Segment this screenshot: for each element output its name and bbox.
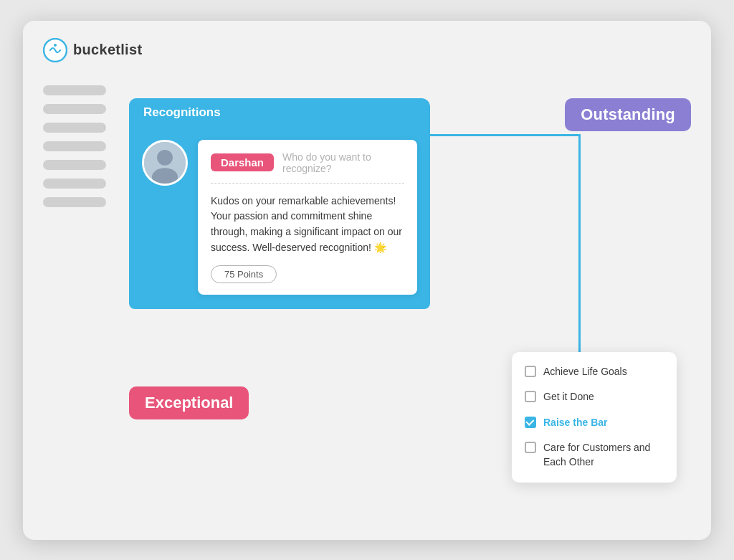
logo-icon <box>43 38 67 62</box>
checkbox-achieve-life-goals[interactable] <box>525 366 536 377</box>
checklist-label-achieve-life-goals: Achieve Life Goals <box>543 365 627 379</box>
sidebar-bar <box>43 197 106 207</box>
darshan-badge: Darshan <box>211 153 274 171</box>
recognitions-tab: Recognitions <box>129 98 235 127</box>
checkbox-care-for-customers[interactable] <box>525 442 536 453</box>
checklist-item-achieve-life-goals[interactable]: Achieve Life Goals <box>512 359 677 385</box>
checklist-label-raise-the-bar: Raise the Bar <box>543 416 607 430</box>
checklist-label-care-for-customers: Care for Customers and Each Other <box>543 441 664 469</box>
recognize-placeholder: Who do you want to recognize? <box>282 151 404 174</box>
recognitions-card: Recognitions Darshan Who do you want to … <box>129 98 430 310</box>
checklist-item-get-it-done[interactable]: Get it Done <box>512 384 677 410</box>
checklist-item-raise-the-bar[interactable]: Raise the Bar <box>512 410 677 436</box>
checklist-dropdown: Achieve Life Goals Get it Done Raise the… <box>512 352 677 483</box>
svg-point-1 <box>54 44 57 47</box>
sidebar-bar <box>43 104 106 114</box>
form-divider <box>211 183 404 184</box>
recognitions-body: Darshan Who do you want to recognize? Ku… <box>129 127 430 310</box>
avatar <box>142 140 188 186</box>
form-top: Darshan Who do you want to recognize? <box>211 151 404 174</box>
kudos-text: Kudos on your remarkable achievements! Y… <box>211 194 404 256</box>
logo-text: bucketlist <box>73 42 142 58</box>
points-badge: 75 Points <box>211 265 277 283</box>
sidebar-bar <box>43 160 106 170</box>
checkbox-raise-the-bar[interactable] <box>525 417 536 428</box>
checkbox-get-it-done[interactable] <box>525 391 536 402</box>
outstanding-badge: Outstanding <box>565 98 691 131</box>
checklist-label-get-it-done: Get it Done <box>543 390 594 404</box>
sidebar-bar <box>43 141 106 151</box>
checklist-item-care-for-customers[interactable]: Care for Customers and Each Other <box>512 435 677 475</box>
exceptional-badge: Exceptional <box>129 386 249 419</box>
main-area: Outstanding Recognitions Darshan Wh <box>129 75 691 520</box>
form-card: Darshan Who do you want to recognize? Ku… <box>198 140 417 295</box>
sidebar-bar <box>43 179 106 189</box>
svg-point-3 <box>157 149 173 165</box>
header: bucketlist <box>43 38 691 62</box>
sidebar <box>43 85 106 207</box>
sidebar-bar <box>43 85 106 95</box>
app-container: bucketlist Outstanding Recognitions <box>23 21 711 540</box>
sidebar-bar <box>43 123 106 133</box>
